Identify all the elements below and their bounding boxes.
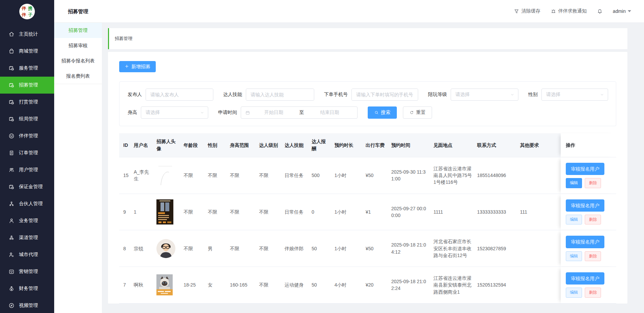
column-header-skill: 达人技能 <box>285 133 312 157</box>
edit-button[interactable]: 编辑 <box>566 288 582 297</box>
sidebar-item-label: 服务管理 <box>19 65 38 71</box>
calclock-icon <box>8 99 15 105</box>
sidebar-item-finance[interactable]: 财务管理 <box>0 280 54 297</box>
apply-time-daterange[interactable]: 开始日期至结束日期 <box>241 106 358 119</box>
edit-button[interactable]: 编辑 <box>566 215 582 224</box>
sidebar-item-business[interactable]: 业务管理 <box>0 212 54 229</box>
sidebar-item-cofounder[interactable]: 合伙人管理 <box>0 195 54 212</box>
sidebar-item-group[interactable]: 组局管理 <box>0 111 54 128</box>
submenu-item-signup-fee[interactable]: 报名费列表 <box>54 69 102 84</box>
submenu-item-recruit-manage[interactable]: 招募管理 <box>54 23 102 38</box>
user-menu[interactable]: admin <box>613 8 631 14</box>
id-cell: 15 <box>119 157 134 194</box>
app-root: 伴携伴子 主页统计商城管理服务管理招募管理打赏管理组局管理伴伴管理订单管理用户管… <box>0 0 644 313</box>
date-end-placeholder: 结束日期 <box>306 110 353 116</box>
sidebar-item-service[interactable]: 服务管理 <box>0 60 54 77</box>
review-signup-users-button[interactable]: 审核报名用户 <box>566 236 604 248</box>
search-button[interactable]: 搜索 <box>368 106 397 119</box>
sidebar-item-order[interactable]: 订单管理 <box>0 144 54 161</box>
contact-cell: 15230827859 <box>477 230 520 267</box>
calclock-icon <box>8 82 15 88</box>
submenu-list: 招募管理招募审核招募令报名列表报名费列表 <box>54 23 102 84</box>
reward-cell: 500 <box>312 157 334 194</box>
column-header-avatar: 招募人头像 <box>156 133 184 157</box>
reward-cell: 0 <box>312 194 334 231</box>
search-button-label: 搜索 <box>381 110 390 116</box>
topbar-action-sos-notify[interactable]: 伴伴求救通知 <box>551 8 587 14</box>
sidebar-item-channel[interactable]: 渠道管理 <box>0 229 54 246</box>
other-cell <box>520 267 561 304</box>
logo-char: 携 <box>28 6 33 11</box>
recruit-table: ID用户名招募人头像年龄段性别身高范围达人级别达人技能达人报酬预约时长出行车费预… <box>119 133 616 304</box>
filter-field-level: 陪玩等级请选择 <box>428 89 518 101</box>
column-header-username: 用户名 <box>134 133 156 157</box>
delete-button[interactable]: 删除 <box>585 288 601 297</box>
delete-button[interactable]: 删除 <box>585 251 601 261</box>
contact-cell: 13333333333 <box>477 194 520 231</box>
sidebar-item-home[interactable]: 主页统计 <box>0 26 54 43</box>
sidebar-item-mall[interactable]: 商城管理 <box>0 43 54 60</box>
column-header-height: 身高范围 <box>230 133 259 157</box>
sidebar-item-reward[interactable]: 打赏管理 <box>0 94 54 111</box>
sidebar-item-label: 伴伴管理 <box>19 133 38 139</box>
review-signup-users-button[interactable]: 审核报名用户 <box>566 163 604 175</box>
submenu-title: 招募管理 <box>54 0 102 23</box>
calclock-icon <box>8 184 15 190</box>
sidebar-item-partner[interactable]: 伴伴管理 <box>0 128 54 144</box>
page-title: 招募管理 <box>115 36 132 42</box>
gender-cell: 不限 <box>208 194 230 231</box>
date-start-placeholder: 开始日期 <box>250 110 297 116</box>
fare-cell: ¥50 <box>366 230 391 267</box>
time-cell: 2025-09-18 21:02:24 <box>391 267 433 304</box>
height-cell: 不限 <box>230 194 259 231</box>
edit-button[interactable]: 编辑 <box>566 251 582 261</box>
column-header-time: 预约时间 <box>391 133 433 157</box>
topbar-action-clear-cache[interactable]: 清除缓存 <box>514 8 540 14</box>
edit-button[interactable]: 编辑 <box>566 178 582 188</box>
gender-select[interactable]: 请选择 <box>541 89 608 101</box>
fare-cell: ¥1 <box>366 194 391 231</box>
sidebar-item-deposit[interactable]: 保证金管理 <box>0 178 54 195</box>
id-cell: 7 <box>119 267 134 304</box>
row-actions-cell: 审核报名用户编辑删除 <box>561 230 616 267</box>
bell-icon[interactable] <box>597 8 603 14</box>
review-signup-users-button[interactable]: 审核报名用户 <box>566 199 604 212</box>
level-cell: 不限 <box>259 157 285 194</box>
topbar-action-label: 清除缓存 <box>521 8 540 14</box>
sidebar-item-marketing[interactable]: 营销管理 <box>0 263 54 280</box>
skill-cell: 日常任务 <box>285 194 312 231</box>
cluster-icon <box>8 235 15 241</box>
id-cell: 8 <box>119 230 134 267</box>
sidebar-item-recruit[interactable]: 招募管理 <box>0 77 54 94</box>
submenu-item-recruit-signup[interactable]: 招募令报名列表 <box>54 53 102 69</box>
add-recruit-button[interactable]: 新增招募 <box>119 61 156 72</box>
table-row: 91不限不限不限不限日常任务01小时¥12025-09-27 00:00:001… <box>119 194 616 231</box>
skill-input[interactable] <box>246 89 314 100</box>
filter-row: 身高请选择申请时间开始日期至结束日期搜索重置 <box>128 106 608 119</box>
column-header-gender: 性别 <box>208 133 230 157</box>
publisher-input[interactable] <box>146 89 213 100</box>
reset-button[interactable]: 重置 <box>403 106 432 119</box>
level-select[interactable]: 请选择 <box>451 89 518 101</box>
review-signup-users-button[interactable]: 审核报名用户 <box>566 272 604 285</box>
other-cell <box>520 157 561 194</box>
sidebar-item-video[interactable]: 视频管理 <box>0 297 54 313</box>
fare-cell: ¥50 <box>366 157 391 194</box>
select-placeholder: 请选择 <box>146 110 160 116</box>
chevron-down-icon <box>628 10 631 12</box>
username-cell: A_李先生 <box>134 157 156 194</box>
reward-cell: 50 <box>312 267 334 304</box>
sidebar-item-cityagent[interactable]: 城市代理 <box>0 246 54 263</box>
sidebar-item-label: 订单管理 <box>19 150 38 156</box>
org-icon <box>8 201 15 207</box>
skill-cell: 日常任务 <box>285 157 312 194</box>
delete-button[interactable]: 删除 <box>585 215 601 224</box>
submenu-item-recruit-audit[interactable]: 招募审核 <box>54 38 102 53</box>
delete-button[interactable]: 删除 <box>585 178 601 188</box>
table-row: 15A_李先生不限不限不限不限日常任务5001小时¥502025-09-30 1… <box>119 157 616 194</box>
height-select[interactable]: 请选择 <box>141 106 208 119</box>
phone-input[interactable] <box>352 89 418 100</box>
row-actions-line: 编辑删除 <box>566 178 612 188</box>
column-header-fare: 出行车费 <box>366 133 391 157</box>
sidebar-item-user[interactable]: 用户管理 <box>0 161 54 178</box>
